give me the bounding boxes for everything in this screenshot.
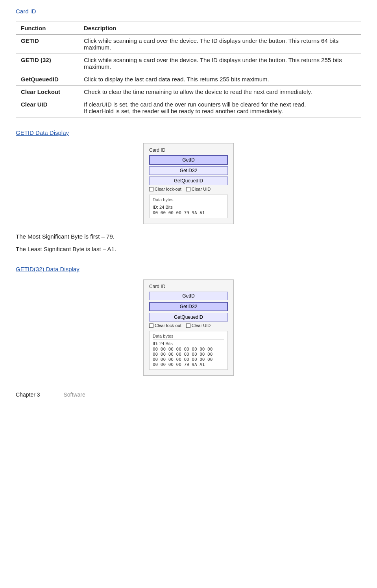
- data-bytes-label: Data bytes: [153, 334, 224, 340]
- ui-card-title: Card ID: [149, 284, 228, 289]
- page-title: Card ID: [16, 8, 361, 15]
- table-cell-function: GETID (32): [16, 54, 79, 73]
- ui-button-getid[interactable]: GetID: [149, 292, 228, 300]
- footer-chapter: Chapter 3: [16, 391, 40, 398]
- data-hex-line: 00 00 00 00 79 9A A1: [153, 210, 224, 215]
- table-cell-description: If clearUID is set, the card and the ove…: [79, 98, 361, 118]
- ui-button-getid32[interactable]: GetID32: [149, 302, 228, 311]
- note-text: The Most Significant Byte is first – 79.: [16, 232, 361, 241]
- footer-label: Software: [63, 391, 85, 398]
- checkbox-box: [186, 323, 190, 328]
- table-cell-description: Check to clear the time remaining to all…: [79, 86, 361, 98]
- ui-checkbox-clear-lock-out[interactable]: Clear lock-out: [149, 187, 181, 191]
- data-hex-line: 00 00 00 00 00 00 00 00: [153, 352, 224, 357]
- checkbox-label: Clear lock-out: [155, 187, 181, 191]
- ui-checkbox-clear-lock-out[interactable]: Clear lock-out: [149, 323, 181, 328]
- ui-checkbox-clear-uid[interactable]: Clear UID: [186, 323, 211, 328]
- data-bits-line: ID: 24 Bits: [153, 341, 224, 346]
- checkbox-label: Clear UID: [192, 187, 211, 191]
- ui-button-getqueuedid[interactable]: GetQueuedID: [149, 313, 228, 322]
- data-hex-line: 00 00 00 00 00 00 00 00: [153, 357, 224, 362]
- section-getid32-display: GETID(32) Data DisplayCard IDGetIDGetID3…: [16, 266, 361, 376]
- ui-button-getid[interactable]: GetID: [149, 155, 228, 165]
- data-bytes-label: Data bytes: [153, 197, 224, 203]
- ui-button-getqueuedid[interactable]: GetQueuedID: [149, 176, 228, 185]
- checkbox-label: Clear lock-out: [155, 323, 181, 328]
- ui-data-section: Data bytesID: 24 Bits00 00 00 00 79 9A A…: [149, 195, 228, 218]
- table-cell-description: Click while scanning a card over the dev…: [79, 54, 361, 73]
- mockup-wrapper-getid-display: Card IDGetIDGetID32GetQueuedIDClear lock…: [16, 143, 361, 224]
- table-cell-function: GETID: [16, 35, 79, 54]
- ui-checkbox-row: Clear lock-outClear UID: [149, 187, 228, 191]
- table-cell-description: Click to display the last card data read…: [79, 73, 361, 86]
- mockup-wrapper-getid32-display: Card IDGetIDGetID32GetQueuedIDClear lock…: [16, 279, 361, 376]
- ui-button-getid32[interactable]: GetID32: [149, 166, 228, 175]
- table-row: GETID (32)Click while scanning a card ov…: [16, 54, 361, 73]
- table-row: Clear LockoutCheck to clear the time rem…: [16, 86, 361, 98]
- table-row: Clear UIDIf clearUID is set, the card an…: [16, 98, 361, 118]
- ui-card-title: Card ID: [149, 147, 228, 153]
- ui-checkbox-clear-uid[interactable]: Clear UID: [186, 187, 211, 191]
- data-bits-line: ID: 24 Bits: [153, 205, 224, 209]
- section-heading-getid-display: GETID Data Display: [16, 129, 361, 136]
- ui-card-getid-display: Card IDGetIDGetID32GetQueuedIDClear lock…: [143, 143, 234, 224]
- checkbox-box: [149, 187, 153, 191]
- col-header-description: Description: [79, 22, 361, 35]
- section-getid-display: GETID Data DisplayCard IDGetIDGetID32Get…: [16, 129, 361, 254]
- note-text: The Least Significant Byte is last – A1.: [16, 244, 361, 254]
- checkbox-label: Clear UID: [192, 323, 211, 328]
- checkbox-box: [186, 187, 190, 191]
- table-cell-function: GetQueuedID: [16, 73, 79, 86]
- ui-data-section: Data bytesID: 24 Bits00 00 00 00 00 00 0…: [149, 331, 228, 370]
- footer: Chapter 3 Software: [16, 391, 361, 398]
- ui-card-getid32-display: Card IDGetIDGetID32GetQueuedIDClear lock…: [143, 279, 234, 376]
- ui-checkbox-row: Clear lock-outClear UID: [149, 323, 228, 328]
- table-cell-function: Clear Lockout: [16, 86, 79, 98]
- table-cell-description: Click while scanning a card over the dev…: [79, 35, 361, 54]
- checkbox-box: [149, 323, 153, 328]
- data-hex-line: 00 00 00 00 79 9A A1: [153, 362, 224, 367]
- section-heading-getid32-display: GETID(32) Data Display: [16, 266, 361, 272]
- table-cell-function: Clear UID: [16, 98, 79, 118]
- col-header-function: Function: [16, 22, 79, 35]
- table-row: GetQueuedIDClick to display the last car…: [16, 73, 361, 86]
- table-row: GETIDClick while scanning a card over th…: [16, 35, 361, 54]
- data-hex-line: 00 00 00 00 00 00 00 00: [153, 347, 224, 352]
- function-table: Function Description GETIDClick while sc…: [16, 22, 361, 118]
